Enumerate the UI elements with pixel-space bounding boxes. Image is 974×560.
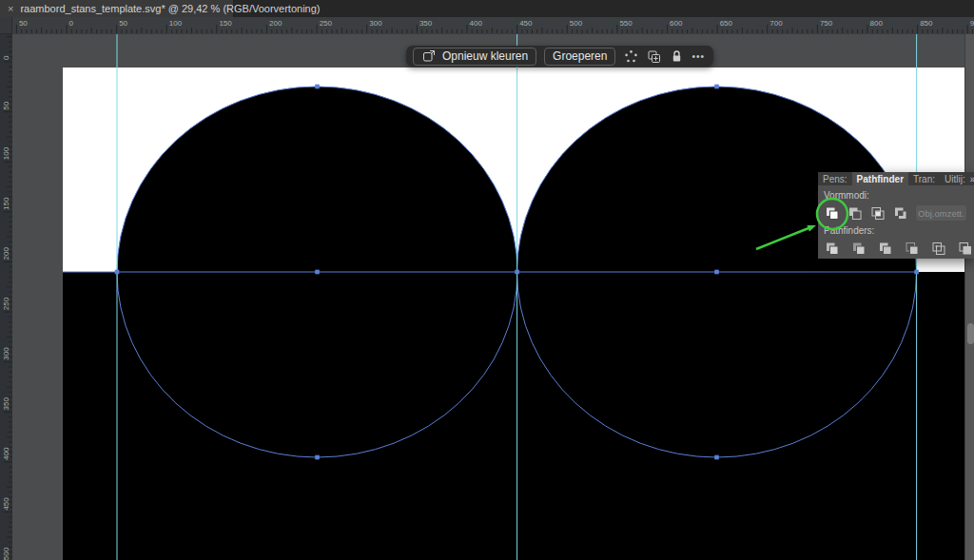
recolor-label: Opnieuw kleuren: [442, 49, 528, 63]
shape-modes-label: Vormmodi:: [824, 190, 974, 202]
horizontal-ruler-ticks: 5005010015020025030035040045050055060065…: [12, 17, 974, 34]
pathfinder-minus-back-button[interactable]: [957, 240, 974, 257]
svg-text:450: 450: [2, 497, 10, 511]
svg-text:200: 200: [269, 19, 282, 28]
pathfinder-outline-button[interactable]: [930, 240, 947, 257]
group-label: Groeperen: [553, 49, 607, 63]
anchor-point[interactable]: [914, 270, 919, 275]
anchor-point[interactable]: [515, 270, 519, 275]
pathfinder-merge-button[interactable]: [877, 240, 894, 257]
intersect-icon: [870, 205, 886, 221]
vertical-ruler: 050100150200250300350400450500: [0, 34, 12, 560]
svg-text:200: 200: [2, 247, 10, 261]
pathfinder-panel: Pens:PathfinderTran:Uitlij:»|≡ Vormmodi:…: [818, 172, 974, 259]
horizontal-ruler: 5005010015020025030035040045050055060065…: [12, 17, 974, 34]
pathfinders-row: [824, 239, 974, 258]
svg-text:500: 500: [570, 19, 583, 28]
divide-icon: [825, 241, 840, 256]
minus-front-icon: [847, 205, 863, 221]
svg-text:300: 300: [2, 347, 10, 360]
svg-text:700: 700: [769, 19, 783, 28]
svg-text:450: 450: [519, 19, 533, 28]
svg-text:50: 50: [19, 19, 28, 28]
crop-icon: [905, 241, 920, 256]
svg-text:600: 600: [670, 19, 683, 28]
svg-text:100: 100: [2, 146, 10, 160]
anchor-point[interactable]: [714, 270, 719, 275]
recolor-button[interactable]: Opnieuw kleuren: [413, 48, 536, 66]
panel-tab-pens[interactable]: Pens:: [818, 172, 852, 185]
shape-mode-unite-button[interactable]: [824, 204, 840, 222]
dots-cluster-icon[interactable]: [623, 48, 638, 64]
unite-icon: [825, 205, 840, 221]
svg-text:150: 150: [219, 19, 232, 28]
pathfinder-divide-button[interactable]: [824, 240, 841, 257]
pathfinder-crop-button[interactable]: [904, 240, 921, 257]
group-button[interactable]: Groeperen: [544, 48, 615, 66]
anchor-point[interactable]: [115, 270, 120, 275]
duplicate-icon[interactable]: [646, 48, 661, 64]
svg-text:500: 500: [2, 547, 10, 560]
panel-overflow-icon[interactable]: »: [970, 174, 974, 184]
panel-tab-extras: »|≡: [970, 172, 974, 185]
lock-icon[interactable]: [669, 48, 684, 64]
pathfinder-panel-body: Vormmodi: Obj.omzett. Pathfinders:: [818, 185, 974, 258]
svg-text:350: 350: [2, 396, 10, 410]
vertical-ruler-ticks: 050100150200250300350400450500: [0, 34, 12, 560]
svg-text:0: 0: [69, 19, 74, 28]
panel-tab-tran[interactable]: Tran:: [908, 172, 940, 185]
svg-text:50: 50: [119, 19, 127, 28]
recolor-icon: [421, 48, 437, 64]
svg-text:150: 150: [2, 197, 10, 210]
shape-modes-row: Obj.omzett.: [824, 203, 970, 222]
svg-text:900: 900: [970, 19, 974, 28]
panel-tab-pathfinder[interactable]: Pathfinder: [852, 172, 908, 185]
vertical-scrollbar[interactable]: [964, 34, 974, 560]
contextual-task-bar: Opnieuw kleuren Groeperen •••: [406, 46, 713, 67]
svg-text:750: 750: [820, 19, 833, 28]
document-canvas: [12, 34, 974, 560]
shape-mode-intersect-button[interactable]: [869, 204, 886, 222]
svg-text:300: 300: [369, 19, 382, 28]
panel-tab-uitlij[interactable]: Uitlij:: [940, 172, 970, 185]
svg-text:100: 100: [169, 19, 183, 28]
minus-back-icon: [958, 241, 973, 256]
svg-text:550: 550: [619, 19, 633, 28]
ruler-corner: [0, 17, 12, 34]
document-tab[interactable]: × raambord_stans_template.svg* @ 29,42 %…: [0, 0, 234, 17]
shape-mode-exclude-button[interactable]: [892, 204, 908, 222]
shape-mode-minus-front-button[interactable]: [847, 204, 863, 222]
anchor-point[interactable]: [714, 455, 719, 460]
panel-tab-bar: Pens:PathfinderTran:Uitlij:»|≡: [818, 172, 974, 185]
more-options-icon[interactable]: •••: [692, 51, 705, 62]
expand-button-disabled: Obj.omzett.: [916, 205, 966, 221]
svg-text:250: 250: [2, 297, 10, 310]
svg-text:0: 0: [2, 55, 10, 60]
pathfinders-label: Pathfinders:: [824, 225, 974, 237]
svg-text:400: 400: [2, 447, 10, 460]
pathfinder-trim-button[interactable]: [850, 240, 867, 257]
outline-icon: [931, 241, 946, 256]
svg-text:800: 800: [870, 19, 884, 28]
close-tab-icon[interactable]: ×: [8, 4, 13, 14]
exclude-icon: [893, 205, 908, 221]
svg-text:50: 50: [2, 101, 10, 109]
anchor-point[interactable]: [315, 455, 320, 460]
svg-text:350: 350: [419, 19, 433, 28]
merge-icon: [878, 241, 893, 256]
svg-text:650: 650: [720, 19, 733, 28]
anchor-point[interactable]: [315, 85, 320, 89]
svg-text:400: 400: [470, 19, 483, 28]
vertical-scrollbar-thumb[interactable]: [967, 323, 974, 344]
svg-text:850: 850: [920, 19, 933, 28]
svg-text:250: 250: [320, 19, 333, 28]
canvas-overlay: [12, 34, 974, 560]
document-tab-bar: × raambord_stans_template.svg* @ 29,42 %…: [0, 0, 974, 18]
trim-icon: [851, 241, 867, 256]
document-title: raambord_stans_template.svg* @ 29,42 % (…: [20, 3, 320, 14]
anchor-point[interactable]: [714, 85, 719, 89]
anchor-point[interactable]: [315, 270, 320, 275]
